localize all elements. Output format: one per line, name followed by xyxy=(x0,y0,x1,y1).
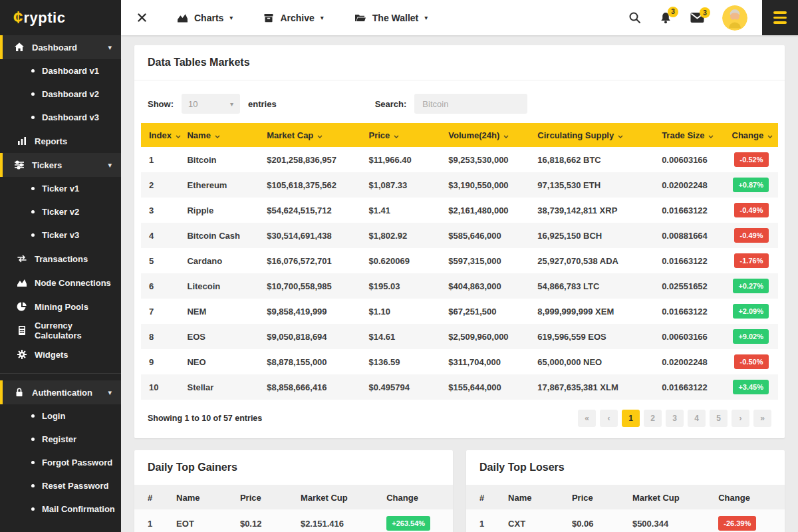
markets-card: Data Tables Markets Show: 10 ▾ entries S… xyxy=(134,45,785,438)
sidebar-item-label: Widgets xyxy=(35,350,68,360)
table-row: 1 Bitcoin $201,258,836,957 $11,966.40 $9… xyxy=(141,147,778,172)
column-header[interactable]: Price xyxy=(360,123,440,147)
pagination-next-button[interactable]: › xyxy=(732,410,749,427)
sidebar-item-node-connections[interactable]: Node Connections xyxy=(0,271,121,295)
cell-volume: $597,315,000 xyxy=(440,248,529,273)
cell-trade-size: 0.01663122 xyxy=(654,248,724,273)
sidebar-item-widgets[interactable]: Widgets xyxy=(0,342,121,366)
cell-volume: $404,863,000 xyxy=(440,273,529,299)
cell-market-cap: $201,258,836,957 xyxy=(259,147,360,172)
sidebar-item-reset-password[interactable]: Reset Password xyxy=(0,474,121,497)
sidebar-item-register[interactable]: Register xyxy=(0,428,121,451)
sidebar-item-dashboard-v1[interactable]: Dashboard v1 xyxy=(0,59,121,82)
cell-supply: 97,135,530 ETH xyxy=(529,172,654,198)
sidebar-item-transactions[interactable]: Transactions xyxy=(0,247,121,271)
sidebar-sub-label: Register xyxy=(42,434,76,444)
entries-label: entries xyxy=(248,99,277,109)
sidebar-sub-label: Mail Confirmation xyxy=(42,504,115,514)
cell-price: $0.12 xyxy=(227,509,287,532)
sort-chevron-icon xyxy=(767,130,773,140)
search-input[interactable] xyxy=(414,94,527,114)
sidebar-item-ticker-v2[interactable]: Ticker v2 xyxy=(0,200,121,223)
table-header-row: Index Name Market Cap Price Volume(24h) … xyxy=(141,123,778,147)
cell-name: NEM xyxy=(179,299,259,324)
sidebar-item-reports[interactable]: Reports xyxy=(0,129,121,153)
column-header[interactable]: Trade Size xyxy=(654,123,724,147)
sidebar-item-mining-pools[interactable]: Mining Pools xyxy=(0,295,121,319)
column-header[interactable]: Market Cap xyxy=(259,123,360,147)
sidebar-item-dashboard[interactable]: Dashboard ▾ xyxy=(0,35,121,59)
sidebar-item-authentication[interactable]: Authentication ▾ xyxy=(0,380,121,404)
column-header[interactable]: Circulating Supply xyxy=(529,123,654,147)
cell-volume: $67,251,500 xyxy=(440,299,529,324)
sidebar-item-mail-confirmation[interactable]: Mail Confirmation xyxy=(0,497,121,521)
sidebar-item-login[interactable]: Login xyxy=(0,404,121,428)
entries-select[interactable]: 10 ▾ xyxy=(182,94,240,114)
daily-top-losers-card: Daily Top Losers #NamePriceMarket CupCha… xyxy=(466,450,785,532)
cell-num: 1 xyxy=(134,509,163,532)
pagination-prev-button[interactable]: ‹ xyxy=(600,410,618,427)
user-avatar[interactable] xyxy=(722,5,747,31)
cell-price: $1.10 xyxy=(360,299,440,324)
hamburger-menu-icon[interactable] xyxy=(762,0,798,35)
cell-supply: 38,739,142,811 XRP xyxy=(529,198,654,223)
sidebar-item-label: Transactions xyxy=(35,254,88,264)
app-logo[interactable]: ¢ ryptic xyxy=(0,0,121,35)
sidebar-item-tickers[interactable]: Tickers ▾ xyxy=(0,153,121,177)
cell-trade-size: 0.01663122 xyxy=(654,374,724,400)
cell-volume: $2,161,480,000 xyxy=(440,198,529,223)
sidebar-item-forgot-password[interactable]: Forgot Password xyxy=(0,451,121,474)
notifications-bell-icon[interactable]: 3 xyxy=(659,11,672,25)
bullet-icon xyxy=(31,414,35,418)
sidebar-item-dashboard-v3[interactable]: Dashboard v3 xyxy=(0,106,121,129)
sidebar-sub-label: Ticker v3 xyxy=(42,230,79,240)
cell-supply: 8,999,999,999 XEM xyxy=(529,299,654,324)
sidebar-sub-label: Forgot Password xyxy=(42,458,112,467)
cell-index: 1 xyxy=(141,147,179,172)
chevron-down-icon: ▾ xyxy=(321,14,324,21)
cell-price: $1,802.92 xyxy=(360,223,440,248)
change-badge: -0.50% xyxy=(734,354,769,369)
sort-chevron-icon xyxy=(708,130,714,140)
column-header[interactable]: Name xyxy=(179,123,259,147)
nav-item-archive[interactable]: Archive ▾ xyxy=(263,13,323,23)
bullet-icon xyxy=(31,233,35,237)
messages-envelope-icon[interactable]: 3 xyxy=(690,12,704,23)
nav-item-charts[interactable]: Charts ▾ xyxy=(177,12,233,23)
markets-table-wrap: Index Name Market Cap Price Volume(24h) … xyxy=(134,123,785,400)
sidebar-sub-label: Reset Password xyxy=(42,481,108,491)
sidebar-item-dashboard-v2[interactable]: Dashboard v2 xyxy=(0,82,121,106)
cell-change: -0.49% xyxy=(724,198,778,223)
close-icon[interactable] xyxy=(138,13,146,22)
pagination-page-2[interactable]: 2 xyxy=(644,410,662,427)
sidebar-sub-label: Ticker v2 xyxy=(42,207,79,217)
cell-market-cap: $54,624,515,712 xyxy=(259,198,360,223)
pagination-page-1[interactable]: 1 xyxy=(622,410,640,427)
column-header[interactable]: Volume(24h) xyxy=(440,123,529,147)
pagination-page-3[interactable]: 3 xyxy=(666,410,684,427)
cell-price: $1,087.33 xyxy=(360,172,440,198)
search-label: Search: xyxy=(375,99,407,109)
bullet-icon xyxy=(31,116,35,119)
cell-market-cap: $16,076,572,701 xyxy=(259,248,360,273)
search-icon[interactable] xyxy=(628,11,641,24)
sidebar-item-currency-calculators[interactable]: Currency Calculators xyxy=(0,319,121,342)
pagination-last-button[interactable]: » xyxy=(753,410,771,427)
cell-change: -0.49% xyxy=(724,223,778,248)
bullet-icon xyxy=(31,210,35,213)
cell-market-cap: $8,878,155,000 xyxy=(259,349,360,374)
home-icon xyxy=(13,42,25,53)
sidebar-item-label: Authentication xyxy=(32,388,92,398)
pagination-first-button[interactable]: « xyxy=(578,410,596,427)
pagination-page-4[interactable]: 4 xyxy=(688,410,706,427)
sidebar-item-ticker-v3[interactable]: Ticker v3 xyxy=(0,223,121,247)
sidebar-item-label: Reports xyxy=(35,136,67,146)
chevron-down-icon: ▾ xyxy=(108,43,112,52)
column-header[interactable]: Change xyxy=(724,123,778,147)
column-header[interactable]: Index xyxy=(141,123,179,147)
sidebar-item-ticker-v1[interactable]: Ticker v1 xyxy=(0,177,121,200)
pagination-page-5[interactable]: 5 xyxy=(710,410,728,427)
cell-market-cap: $9,050,818,694 xyxy=(259,324,360,349)
message-count-badge: 3 xyxy=(700,7,710,18)
nav-item-the-wallet[interactable]: The Wallet ▾ xyxy=(354,13,428,23)
